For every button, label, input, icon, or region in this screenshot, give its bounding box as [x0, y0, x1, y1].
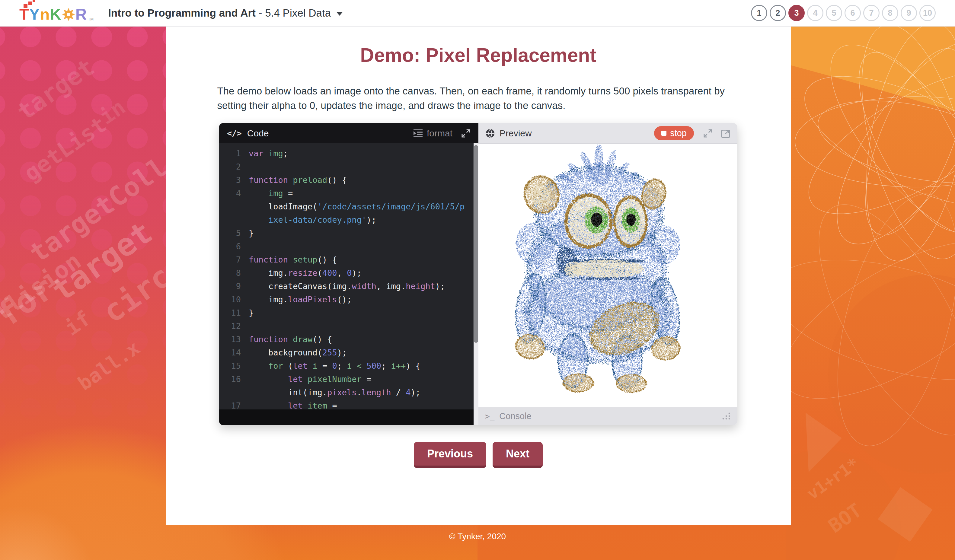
- preview-expand-button[interactable]: [703, 128, 712, 138]
- code-scrollbar-track: [474, 143, 478, 425]
- tynker-logo[interactable]: TYnKRTM: [19, 3, 94, 23]
- page-dot-10[interactable]: 10: [919, 5, 936, 21]
- footer-copyright: © Tynker, 2020: [0, 532, 955, 541]
- page-dot-4[interactable]: 4: [807, 5, 823, 21]
- code-line: 5}: [219, 227, 478, 240]
- page-dot-8[interactable]: 8: [882, 5, 898, 21]
- page-dot-5[interactable]: 5: [826, 5, 842, 21]
- preview-panel-title: Preview: [499, 128, 532, 139]
- globe-icon: [485, 128, 495, 139]
- page-dot-6[interactable]: 6: [844, 5, 861, 21]
- lesson-dropdown[interactable]: Intro to Programming and Art - 5.4 Pixel…: [108, 7, 343, 19]
- course-title: Intro to Programming and Art: [108, 7, 256, 19]
- line-number: 8: [219, 266, 249, 280]
- stop-button[interactable]: stop: [654, 126, 694, 140]
- code-bottom-strip: [219, 410, 474, 425]
- page-dot-2[interactable]: 2: [770, 5, 786, 21]
- demo-container: </> Code format 1var img;23function prel…: [219, 123, 737, 425]
- lesson-title: - 5.4 Pixel Data: [259, 7, 331, 19]
- line-number: 2: [219, 160, 249, 174]
- line-number: 5: [219, 227, 249, 240]
- code-text: img =: [249, 187, 293, 200]
- page-dot-9[interactable]: 9: [901, 5, 917, 21]
- code-line: 1var img;: [219, 147, 478, 160]
- code-text: createCanvas(img.width, img.height);: [249, 280, 445, 293]
- line-number: 12: [219, 319, 249, 333]
- code-text: background(255);: [249, 346, 347, 359]
- logo-pixel-block: [28, 2, 32, 5]
- line-number: 4: [219, 187, 249, 200]
- gear-icon: [61, 7, 75, 23]
- line-number: 15: [219, 359, 249, 372]
- line-number: 16: [219, 372, 249, 386]
- format-button[interactable]: format: [413, 128, 452, 139]
- code-line: 8 img.resize(400, 0);: [219, 266, 478, 280]
- code-line: 10 img.loadPixels();: [219, 293, 478, 306]
- code-line: 16 let pixelNumber =: [219, 372, 478, 386]
- lesson-description: The demo below loads an image onto the c…: [217, 84, 739, 113]
- next-button[interactable]: Next: [493, 442, 543, 468]
- page-dot-7[interactable]: 7: [863, 5, 880, 21]
- preview-panel: Preview stop: [478, 123, 737, 425]
- line-number: [219, 386, 249, 399]
- page-title: Demo: Pixel Replacement: [166, 26, 791, 66]
- code-line: loadImage('/code/assets/image/js/601/5/p: [219, 200, 478, 213]
- code-icon: </>: [227, 128, 242, 138]
- code-text: }: [249, 306, 254, 319]
- preview-canvas-area: [478, 144, 737, 407]
- page-dot-1[interactable]: 1: [751, 5, 767, 21]
- code-panel: </> Code format 1var img;23function prel…: [219, 123, 478, 425]
- logo-letter: n: [40, 6, 50, 23]
- code-line: 2: [219, 160, 478, 174]
- code-text: function preload() {: [249, 174, 347, 187]
- logo-letter: R: [75, 6, 87, 23]
- stop-button-label: stop: [670, 128, 687, 138]
- line-number: [219, 213, 249, 227]
- code-scrollbar[interactable]: [474, 145, 478, 343]
- line-number: 1: [219, 147, 249, 160]
- grip-dots-icon: [722, 412, 731, 421]
- expand-icon: [461, 128, 471, 138]
- code-text: for (let i = 0; i < 500; i++) {: [249, 359, 420, 372]
- logo-letter: Y: [29, 6, 40, 23]
- line-number: 6: [219, 240, 249, 253]
- console-bar[interactable]: >_ Console: [478, 407, 737, 425]
- code-line: 9 createCanvas(img.width, img.height);: [219, 280, 478, 293]
- page-dot-3[interactable]: 3: [788, 5, 805, 21]
- logo-letter: K: [50, 6, 61, 23]
- console-resize-grip[interactable]: [722, 412, 731, 421]
- top-bar: TYnKRTM Intro to Programming and Art - 5…: [0, 0, 955, 27]
- code-line: 4 img =: [219, 187, 478, 200]
- console-label: Console: [499, 411, 531, 421]
- logo-letter: T: [19, 6, 29, 23]
- page-nav: 12345678910: [751, 5, 936, 21]
- code-line: 3function preload() {: [219, 174, 478, 187]
- code-line: 13function draw() {: [219, 333, 478, 346]
- code-line: 7function setup() {: [219, 253, 478, 266]
- code-text: function draw() {: [249, 333, 332, 346]
- code-expand-button[interactable]: [461, 128, 471, 138]
- content-card: Demo: Pixel Replacement The demo below l…: [166, 26, 791, 525]
- code-panel-title: Code: [247, 128, 269, 139]
- chevron-down-icon: [336, 12, 343, 16]
- line-number: 3: [219, 174, 249, 187]
- expand-icon: [703, 128, 712, 138]
- code-editor[interactable]: 1var img;23function preload() {4 img = l…: [219, 143, 478, 425]
- format-button-label: format: [427, 128, 452, 139]
- code-text: loadImage('/code/assets/image/js/601/5/p: [249, 200, 465, 213]
- preview-panel-header: Preview stop: [478, 123, 737, 144]
- code-text: function setup() {: [249, 253, 337, 266]
- code-text: ixel-data/codey.png');: [249, 213, 376, 227]
- code-line: 15 for (let i = 0; i < 500; i++) {: [219, 359, 478, 372]
- open-in-new-icon: [720, 128, 731, 139]
- code-text: img.loadPixels();: [249, 293, 352, 306]
- open-in-new-window-button[interactable]: [720, 128, 731, 139]
- line-number: [219, 200, 249, 213]
- preview-canvas: [478, 144, 737, 407]
- stop-icon: [661, 131, 667, 136]
- code-panel-header: </> Code format: [219, 123, 478, 143]
- code-line: 11}: [219, 306, 478, 319]
- previous-button[interactable]: Previous: [414, 442, 486, 468]
- line-number: 13: [219, 333, 249, 346]
- code-text: let pixelNumber =: [249, 372, 371, 386]
